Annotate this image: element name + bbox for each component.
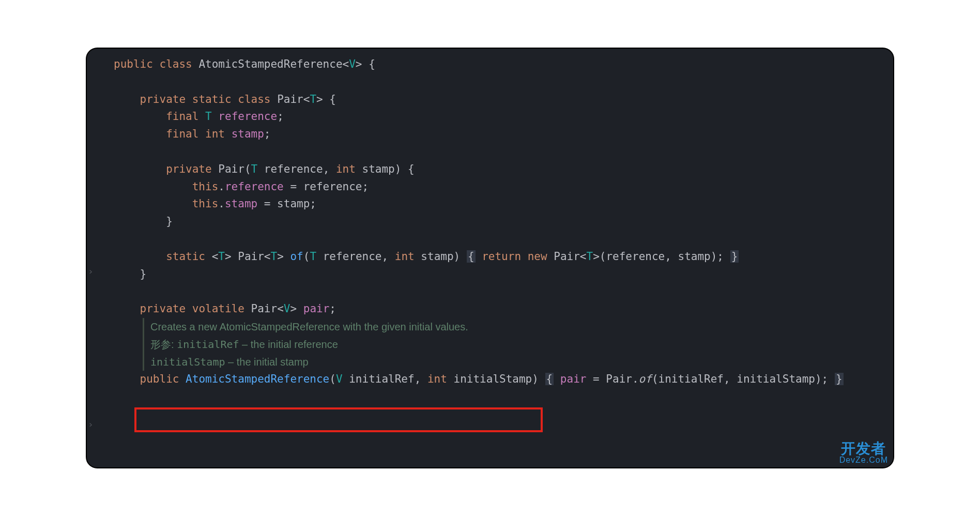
javadoc-rendered: Creates a new AtomicStampedReference wit… <box>143 318 893 371</box>
fold-gutter-mark[interactable]: › <box>88 266 94 277</box>
annotation-highlight-box <box>134 407 543 432</box>
fold-gutter-mark[interactable]: › <box>88 419 94 430</box>
watermark-url: DevZe.CoM <box>839 456 888 464</box>
source-code[interactable]: public class AtomicStampedReference<V> {… <box>87 56 893 318</box>
code-editor-window: › › public class AtomicStampedReference<… <box>87 49 893 467</box>
javadoc-param-2: initialStamp – the initial stamp <box>150 353 893 371</box>
javadoc-summary: Creates a new AtomicStampedReference wit… <box>150 318 893 336</box>
watermark: 开发者 DevZe.CoM <box>839 442 888 464</box>
javadoc-param-1: 形参: initialRef – the initial reference <box>150 336 893 353</box>
source-code-ctor[interactable]: public AtomicStampedReference(V initialR… <box>87 371 893 388</box>
watermark-title: 开发者 <box>839 442 888 456</box>
